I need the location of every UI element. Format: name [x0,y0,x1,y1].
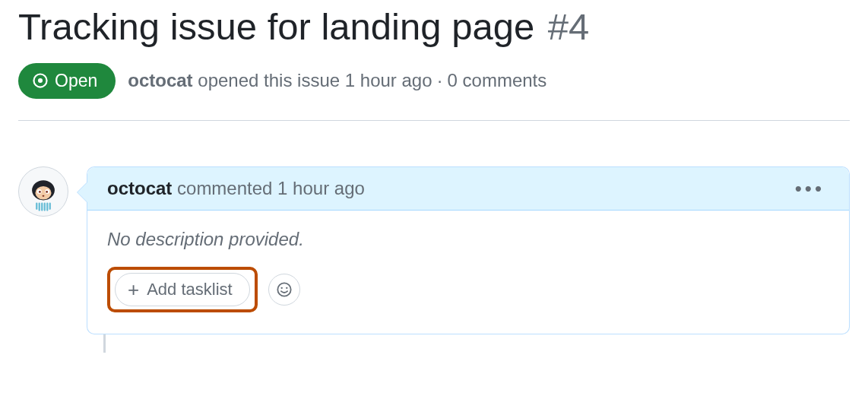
timeline-connector [103,334,850,353]
status-badge-open: Open [18,63,116,99]
octocat-avatar-icon [22,170,65,213]
svg-point-8 [46,191,48,193]
issue-title-row: Tracking issue for landing page #4 [18,0,850,49]
opened-prefix: opened this issue [198,70,340,90]
comment-actions-row: + Add tasklist [107,267,829,312]
add-tasklist-label: Add tasklist [147,280,233,299]
comment-caret [78,182,87,202]
svg-point-7 [39,191,41,193]
issue-open-icon [32,72,49,89]
add-reaction-button[interactable] [268,274,300,306]
smiley-icon [276,281,293,298]
svg-point-10 [277,283,290,296]
comment-action: commented [177,178,272,198]
issue-number: #4 [548,6,590,47]
svg-point-11 [280,287,282,288]
comment-box: octocat commented 1 hour ago ••• No desc… [87,166,850,334]
issue-title: Tracking issue for landing page [18,6,534,47]
meta-separator: · [437,70,442,90]
avatar[interactable] [18,166,68,217]
comment-author[interactable]: octocat [107,178,172,198]
add-tasklist-highlight: + Add tasklist [107,267,258,312]
issue-author[interactable]: octocat [128,70,192,90]
svg-point-9 [43,195,45,197]
issue-meta-row: Open octocat opened this issue 1 hour ag… [18,63,850,121]
plus-icon: + [128,280,139,299]
comments-count: 0 comments [448,70,547,90]
status-badge-label: Open [55,71,97,91]
svg-point-1 [38,78,43,83]
comment-actions-menu-icon[interactable]: ••• [790,179,829,198]
comment-thread: octocat commented 1 hour ago ••• No desc… [18,166,850,334]
add-tasklist-button[interactable]: + Add tasklist [115,273,250,306]
comment-relative-time[interactable]: 1 hour ago [277,178,365,198]
issue-meta-text: octocat opened this issue 1 hour ago · 0… [128,70,546,91]
svg-point-12 [286,287,287,288]
no-description-text: No description provided. [107,229,829,250]
comment-header-text: octocat commented 1 hour ago [107,178,365,199]
comment-header: octocat commented 1 hour ago ••• [87,167,849,211]
comment-body: No description provided. + Add tasklist [87,211,849,334]
opened-relative-time[interactable]: 1 hour ago [345,70,432,90]
